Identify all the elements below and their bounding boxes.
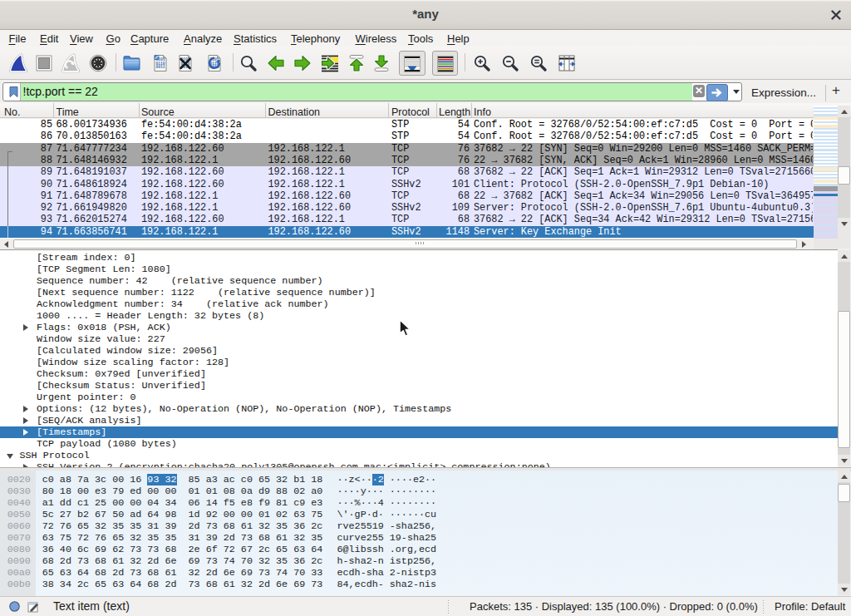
svg-text:0011: 0011 <box>156 65 165 69</box>
